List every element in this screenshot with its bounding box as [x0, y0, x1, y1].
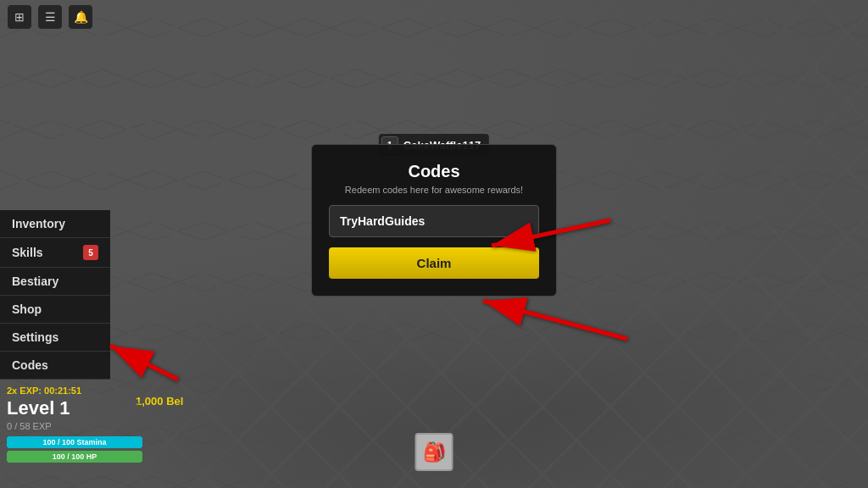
bottom-hud: 2x EXP: 00:21:51 Level 1 0 / 58 EXP 100 … [7, 385, 142, 463]
sidebar-item-shop[interactable]: Shop [0, 296, 110, 324]
top-bar: ⊞ ☰ 🔔 [0, 0, 868, 34]
hp-label: 100 / 100 HP [53, 452, 97, 461]
settings-label: Settings [12, 330, 58, 344]
backpack-icon: 🎒 [423, 441, 446, 463]
sidebar-item-settings[interactable]: Settings [0, 324, 110, 352]
codes-label: Codes [12, 358, 48, 372]
notification-button[interactable]: 🔔 [68, 4, 93, 30]
dialog-title: Codes [408, 162, 459, 181]
claim-button[interactable]: Claim [329, 247, 539, 279]
sidebar-item-inventory[interactable]: Inventory [0, 210, 110, 238]
code-input-wrapper [329, 205, 539, 237]
codes-dialog: Codes Redeem codes here for awesome rewa… [311, 144, 557, 297]
hud-level: Level 1 [7, 399, 142, 418]
sidebar-item-skills[interactable]: Skills 5 [0, 238, 110, 268]
hp-bar-bg: 100 / 100 HP [7, 451, 142, 463]
hud-exp: 0 / 58 EXP [7, 421, 142, 431]
sidebar-item-bestiary[interactable]: Bestiary [0, 268, 110, 296]
bestiary-label: Bestiary [12, 274, 58, 288]
bottom-center-icon[interactable]: 🎒 [415, 433, 453, 471]
sidebar-item-codes[interactable]: Codes [0, 352, 110, 380]
inventory-label: Inventory [12, 217, 65, 230]
skills-label: Skills [12, 246, 43, 259]
code-input[interactable] [340, 214, 528, 228]
stamina-label: 100 / 100 Stamina [42, 438, 106, 446]
menu-button[interactable]: ☰ [37, 4, 63, 30]
left-menu: Inventory Skills 5 Bestiary Shop Setting… [0, 210, 110, 380]
dialog-subtitle: Redeem codes here for awesome rewards! [345, 185, 523, 195]
hud-boost: 2x EXP: 00:21:51 [7, 385, 142, 396]
shop-label: Shop [12, 302, 42, 316]
home-button[interactable]: ⊞ [7, 4, 32, 30]
bar-container: 100 / 100 Stamina 100 / 100 HP [7, 436, 142, 463]
stamina-bar-bg: 100 / 100 Stamina [7, 436, 142, 448]
skills-badge: 5 [83, 245, 98, 260]
